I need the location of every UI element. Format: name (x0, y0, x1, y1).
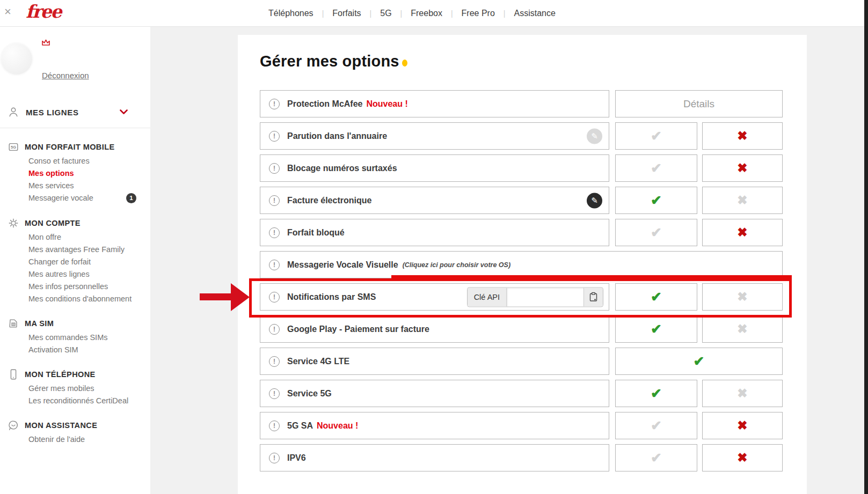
option-row-facture-electronique: !Facture électronique✎✔✖ (260, 187, 783, 214)
info-icon[interactable]: ! (269, 324, 280, 335)
sidebar-item-messagerie-vocale[interactable]: Messagerie vocale1 (0, 191, 150, 204)
sidebar-section-header-mon-telephone[interactable]: MON TÉLÉPHONE (0, 368, 150, 380)
svg-text:5G: 5G (11, 145, 16, 150)
disable-button[interactable]: ✖ (702, 219, 783, 246)
disable-button[interactable]: ✖ (702, 315, 783, 343)
sidebar-item-label: Obtenir de l'aide (28, 434, 85, 444)
enable-button[interactable]: ✔ (615, 283, 697, 311)
option-label-box-ipv6: !IPV6 (260, 444, 609, 471)
profile-block: Déconnexion (0, 27, 150, 102)
page-title-light: Gérer (260, 53, 302, 70)
info-icon[interactable]: ! (269, 227, 280, 238)
disable-button[interactable]: ✖ (702, 122, 783, 150)
enable-button[interactable]: ✔ (615, 412, 697, 439)
info-icon[interactable]: ! (269, 292, 280, 303)
enable-button[interactable]: ✔ (615, 219, 697, 246)
option-label-box-blocage-numeros-surtaxes: !Blocage numéros surtaxés (260, 154, 609, 182)
nav-separator: | (400, 9, 403, 18)
info-icon[interactable]: ! (269, 388, 280, 399)
option-label: Parution dans l'annuaire (287, 131, 387, 141)
sidebar-item-label: Les reconditionnés CertiDeal (28, 396, 128, 405)
option-note[interactable]: (Cliquez ici pour choisir votre OS) (403, 261, 510, 269)
sidebar-item-label: Mes commandes SIMs (28, 333, 107, 342)
check-icon: ✔ (651, 161, 662, 175)
nav-item-telephones[interactable]: Téléphones (268, 9, 313, 18)
nouveau-tag: Nouveau ! (366, 99, 407, 109)
option-row-service-4g-lte: !Service 4G LTE✔ (260, 348, 783, 375)
nav-separator: | (370, 9, 372, 18)
details-button[interactable]: Détails (615, 90, 783, 117)
logout-link[interactable]: Déconnexion (42, 71, 89, 80)
sidebar-item-changer-de-forfait[interactable]: Changer de forfait (0, 255, 150, 268)
option-label: Protection McAfee (287, 99, 362, 109)
nav-item-free-pro[interactable]: Free Pro (462, 9, 495, 18)
sidebar-section-header-mon-forfait-mobile[interactable]: 5GMON FORFAIT MOBILE (0, 141, 150, 153)
section-title: MON COMPTE (25, 219, 81, 227)
sidebar-section-header-mon-compte[interactable]: MON COMPTE (0, 217, 150, 229)
sim-card-icon (8, 318, 19, 329)
free-logo[interactable]: free (26, 1, 61, 22)
disable-button[interactable]: ✖ (702, 444, 783, 471)
close-icon[interactable]: × (4, 5, 11, 19)
copy-clipboard-icon[interactable] (583, 287, 603, 306)
sidebar-item-label: Mes avantages Free Family (28, 245, 125, 254)
nav-separator: | (504, 9, 506, 18)
info-icon[interactable]: ! (269, 163, 280, 174)
enable-button[interactable]: ✔ (615, 315, 697, 343)
avatar[interactable] (1, 43, 32, 75)
sidebar-item-mes-lignes[interactable]: MES LIGNES (0, 102, 150, 128)
sidebar-item-les-reconditionnes-certideal[interactable]: Les reconditionnés CertiDeal (0, 394, 150, 407)
disable-button[interactable]: ✖ (702, 412, 783, 439)
sidebar-item-mes-avantages-free-family[interactable]: Mes avantages Free Family (0, 243, 150, 255)
option-label-box-5g-sa: !5G SANouveau ! (260, 412, 609, 439)
disable-button[interactable]: ✖ (702, 283, 783, 311)
sidebar-item-activation-sim[interactable]: Activation SIM (0, 343, 150, 356)
disable-button[interactable]: ✖ (702, 154, 783, 182)
option-label: Forfait bloqué (287, 228, 345, 238)
nav-item-freebox[interactable]: Freebox (411, 9, 442, 18)
info-icon[interactable]: ! (269, 99, 280, 109)
sidebar-item-label: Conso et factures (28, 156, 90, 166)
disable-button[interactable]: ✖ (702, 380, 783, 407)
sidebar-item-mes-commandes-sims[interactable]: Mes commandes SIMs (0, 331, 150, 343)
enable-button[interactable]: ✔ (615, 444, 697, 471)
info-icon[interactable]: ! (269, 453, 280, 463)
sidebar-item-obtenir-de-l-aide[interactable]: Obtenir de l'aide (0, 433, 150, 445)
sidebar-item-mes-autres-lignes[interactable]: Mes autres lignes (0, 268, 150, 280)
enable-button[interactable]: ✔ (615, 380, 697, 407)
sidebar-item-mes-infos-personnelles[interactable]: Mes infos personnelles (0, 280, 150, 292)
sidebar-item-gerer-mes-mobiles[interactable]: Gérer mes mobiles (0, 382, 150, 394)
disable-button[interactable]: ✖ (702, 187, 783, 214)
sidebar-item-mes-conditions-d-abonnement[interactable]: Mes conditions d'abonnement (0, 292, 150, 305)
info-icon[interactable]: ! (269, 421, 280, 431)
info-icon[interactable]: ! (269, 131, 280, 142)
sidebar-section-header-ma-sim[interactable]: MA SIM (0, 318, 150, 329)
section-title: MON ASSISTANCE (25, 421, 97, 430)
edit-pencil-icon[interactable]: ✎ (587, 128, 602, 144)
enable-button[interactable]: ✔ (615, 187, 697, 214)
sidebar-item-mes-services[interactable]: Mes services (0, 179, 150, 191)
api-key-input[interactable] (507, 287, 583, 306)
option-row-5g-sa: !5G SANouveau !✔✖ (260, 412, 783, 439)
info-icon[interactable]: ! (269, 195, 280, 206)
sidebar-item-label: Mes options (28, 168, 74, 178)
nav-item-5g[interactable]: 5G (380, 9, 391, 18)
sidebar-section-header-mon-assistance[interactable]: MON ASSISTANCE (0, 419, 150, 431)
check-icon: ✔ (694, 355, 705, 368)
sidebar-item-label: Messagerie vocale (28, 193, 93, 203)
page-scrollbar[interactable] (864, 0, 868, 494)
sidebar-item-label: Mes infos personnelles (28, 282, 108, 291)
edit-pencil-icon[interactable]: ✎ (587, 193, 602, 208)
sidebar-item-conso-et-factures[interactable]: Conso et factures (0, 154, 150, 167)
enable-button[interactable]: ✔ (615, 154, 697, 182)
nav-item-assistance[interactable]: Assistance (514, 9, 555, 18)
sidebar-item-mon-offre[interactable]: Mon offre (0, 231, 150, 243)
enable-button[interactable]: ✔ (615, 122, 697, 150)
nav-item-forfaits[interactable]: Forfaits (332, 9, 361, 18)
status-check-button[interactable]: ✔ (615, 348, 783, 375)
chevron-down-icon[interactable] (120, 107, 128, 117)
sidebar-item-mes-options[interactable]: Mes options (0, 167, 150, 179)
info-icon[interactable]: ! (269, 260, 280, 270)
info-icon[interactable]: ! (269, 356, 280, 367)
option-label: Notifications par SMS (287, 292, 376, 302)
